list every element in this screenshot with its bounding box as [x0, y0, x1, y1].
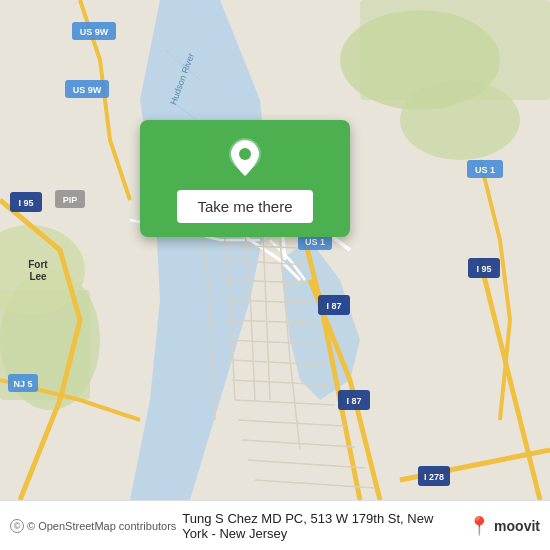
svg-text:I 87: I 87: [346, 396, 361, 406]
svg-text:US 1: US 1: [305, 237, 325, 247]
moovit-logo: 📍 moovit: [468, 515, 540, 537]
osm-circle-icon: ©: [10, 519, 24, 533]
svg-text:NJ 5: NJ 5: [13, 379, 32, 389]
svg-text:Lee: Lee: [29, 271, 47, 282]
app-container: US 9W US 9W I 95 PIP I 95 US 1 I 87 I 87: [0, 0, 550, 550]
svg-text:US 9W: US 9W: [80, 27, 109, 37]
svg-text:I 95: I 95: [18, 198, 33, 208]
svg-point-39: [239, 148, 251, 160]
svg-text:I 278: I 278: [424, 472, 444, 482]
svg-text:I 87: I 87: [326, 301, 341, 311]
svg-text:US 9W: US 9W: [73, 85, 102, 95]
svg-text:PIP: PIP: [63, 195, 78, 205]
svg-text:Fort: Fort: [28, 259, 48, 270]
osm-credit-text: © OpenStreetMap contributors: [27, 520, 176, 532]
moovit-pin-icon: 📍: [468, 515, 490, 537]
moovit-brand-text: moovit: [494, 518, 540, 534]
bottom-bar: © © OpenStreetMap contributors Tung S Ch…: [0, 500, 550, 550]
svg-text:US 1: US 1: [475, 165, 495, 175]
map-container: US 9W US 9W I 95 PIP I 95 US 1 I 87 I 87: [0, 0, 550, 500]
location-pin-icon: [223, 136, 267, 180]
overlay-card: Take me there: [140, 120, 350, 237]
osm-credit-logo: © © OpenStreetMap contributors: [10, 519, 176, 533]
take-me-there-button[interactable]: Take me there: [177, 190, 312, 223]
svg-text:I 95: I 95: [476, 264, 491, 274]
svg-rect-3: [360, 0, 550, 100]
address-text: Tung S Chez MD PC, 513 W 179th St, New Y…: [182, 511, 462, 541]
map-svg: US 9W US 9W I 95 PIP I 95 US 1 I 87 I 87: [0, 0, 550, 500]
